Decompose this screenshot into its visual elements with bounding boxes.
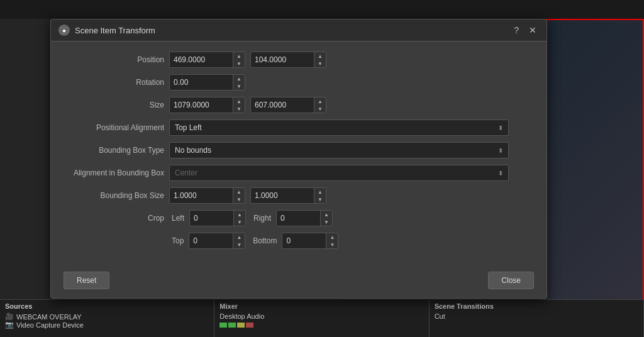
bounding-box-size-w-input[interactable] <box>170 191 233 200</box>
crop-bottom-input[interactable] <box>282 236 326 245</box>
crop-left-spinbox[interactable]: ▲ ▼ <box>189 210 246 226</box>
crop-bottom-up[interactable]: ▲ <box>326 233 338 241</box>
sources-section: Sources 🎥 WEBCAM OVERLAY 📷 Video Capture… <box>0 300 214 337</box>
bounding-box-type-select[interactable]: No bounds ⬍ <box>169 142 509 158</box>
crop-left-up[interactable]: ▲ <box>234 211 245 218</box>
bounding-box-type-label: Bounding Box Type <box>64 146 164 155</box>
position-y-down[interactable]: ▼ <box>314 60 326 67</box>
position-row: Position ▲ ▼ ▲ ▼ <box>64 52 534 68</box>
positional-alignment-select[interactable]: Top Left ⬍ <box>169 119 509 136</box>
close-button[interactable]: Close <box>488 272 534 289</box>
alignment-bounding-box-value: Center <box>175 168 197 177</box>
bounding-box-size-h-input[interactable] <box>251 191 314 200</box>
bounding-box-size-h-spinbox[interactable]: ▲ ▼ <box>250 187 326 204</box>
source-webcam[interactable]: 🎥 WEBCAM OVERLAY <box>5 312 209 321</box>
video-capture-label: Video Capture Device <box>16 321 84 329</box>
size-w-down[interactable]: ▼ <box>233 105 245 113</box>
position-x-up[interactable]: ▲ <box>233 52 245 60</box>
alignment-bounding-box-arrow: ⬍ <box>498 170 503 177</box>
position-y-input[interactable] <box>251 55 314 64</box>
crop-top-bottom-group: Top ▲ ▼ Bottom ▲ ▼ <box>169 233 534 249</box>
bounding-box-size-w-spinbox[interactable]: ▲ ▼ <box>169 187 245 204</box>
position-label: Position <box>64 55 164 64</box>
crop-top-input[interactable] <box>189 236 233 245</box>
crop-left-right-group: Left ▲ ▼ Right ▲ ▼ <box>169 210 534 226</box>
rotation-input[interactable] <box>170 78 233 87</box>
size-w-arrows: ▲ ▼ <box>233 97 245 113</box>
size-label: Size <box>64 101 164 109</box>
reset-button[interactable]: Reset <box>64 272 109 289</box>
rotation-up[interactable]: ▲ <box>233 75 245 82</box>
positional-alignment-arrow: ⬍ <box>498 124 503 131</box>
bounding-box-size-w-down[interactable]: ▼ <box>233 196 245 203</box>
rotation-label: Rotation <box>64 78 164 87</box>
crop-top-up[interactable]: ▲ <box>233 233 245 241</box>
crop-right-spinbox[interactable]: ▲ ▼ <box>276 210 333 226</box>
position-x-down[interactable]: ▼ <box>233 60 245 67</box>
bounding-box-size-row: Bounding Box Size ▲ ▼ ▲ ▼ <box>64 187 534 204</box>
crop-left-label: Left <box>172 214 184 223</box>
mixer-bar-group <box>219 323 423 328</box>
crop-right-up[interactable]: ▲ <box>321 211 332 218</box>
size-h-down[interactable]: ▼ <box>314 105 326 113</box>
crop-main-label: Crop <box>64 214 164 223</box>
size-row: Size ▲ ▼ ▲ ▼ <box>64 97 534 113</box>
dialog-title-group: ● Scene Item Transform <box>58 25 155 36</box>
size-input-group: ▲ ▼ ▲ ▼ <box>169 97 534 113</box>
position-x-spinbox[interactable]: ▲ ▼ <box>169 52 245 68</box>
positional-alignment-row: Positional Alignment Top Left ⬍ <box>64 119 534 136</box>
position-x-input[interactable] <box>170 55 233 64</box>
bounding-box-type-row: Bounding Box Type No bounds ⬍ <box>64 142 534 158</box>
mixer-bar-4 <box>246 323 253 328</box>
cut-label: Cut <box>435 312 445 320</box>
dialog-titlebar: ● Scene Item Transform ? ✕ <box>51 19 547 41</box>
sources-title: Sources <box>5 302 209 310</box>
bounding-box-size-w-up[interactable]: ▲ <box>233 188 245 196</box>
positional-alignment-value: Top Left <box>175 123 202 132</box>
source-video-capture[interactable]: 📷 Video Capture Device <box>5 321 209 329</box>
rotation-down[interactable]: ▼ <box>233 82 245 90</box>
size-h-input[interactable] <box>251 101 314 109</box>
dialog-controls: ? ✕ <box>511 25 539 35</box>
crop-left-input[interactable] <box>190 214 233 223</box>
mixer-bar-3 <box>237 323 245 328</box>
position-input-group: ▲ ▼ ▲ ▼ <box>169 52 534 68</box>
crop-left-down[interactable]: ▼ <box>234 218 245 226</box>
crop-top-spinbox[interactable]: ▲ ▼ <box>189 233 245 249</box>
bounding-box-size-w-arrows: ▲ ▼ <box>233 188 245 203</box>
position-y-up[interactable]: ▲ <box>314 52 326 60</box>
crop-right-arrows: ▲ ▼ <box>320 211 332 226</box>
size-h-up[interactable]: ▲ <box>314 97 326 105</box>
alignment-bounding-box-label: Alignment in Bounding Box <box>64 168 164 177</box>
video-capture-icon: 📷 <box>5 321 14 329</box>
crop-bottom-down[interactable]: ▼ <box>326 241 338 248</box>
mixer-audio-label: Desktop Audio <box>219 312 264 320</box>
size-h-spinbox[interactable]: ▲ ▼ <box>250 97 326 113</box>
dialog-title: Scene Item Transform <box>75 26 155 35</box>
position-y-arrows: ▲ ▼ <box>314 52 326 67</box>
size-w-input[interactable] <box>170 101 233 109</box>
bottom-panel: Sources 🎥 WEBCAM OVERLAY 📷 Video Capture… <box>0 299 644 337</box>
close-x-button[interactable]: ✕ <box>526 25 539 35</box>
size-w-spinbox[interactable]: ▲ ▼ <box>169 97 245 113</box>
rotation-spinbox[interactable]: ▲ ▼ <box>169 74 245 91</box>
crop-bottom-spinbox[interactable]: ▲ ▼ <box>282 233 338 249</box>
position-y-spinbox[interactable]: ▲ ▼ <box>250 52 326 68</box>
crop-bottom-arrows: ▲ ▼ <box>326 233 338 248</box>
crop-top-label: Top <box>172 236 184 245</box>
crop-right-down[interactable]: ▼ <box>321 218 332 226</box>
crop-left-arrows: ▲ ▼ <box>233 211 245 226</box>
bounding-box-size-h-arrows: ▲ ▼ <box>314 188 326 203</box>
help-button[interactable]: ? <box>511 25 521 35</box>
bounding-box-size-h-up[interactable]: ▲ <box>314 188 326 196</box>
crop-top-down[interactable]: ▼ <box>233 241 245 248</box>
alignment-bounding-box-select[interactable]: Center ⬍ <box>169 165 509 181</box>
crop-right-label: Right <box>253 214 271 223</box>
rotation-input-group: ▲ ▼ <box>169 74 534 91</box>
size-w-up[interactable]: ▲ <box>233 97 245 105</box>
crop-right-input[interactable] <box>277 214 320 223</box>
bounding-box-size-h-down[interactable]: ▼ <box>314 196 326 203</box>
bounding-box-size-label: Bounding Box Size <box>64 191 164 200</box>
scene-transitions-title: Scene Transitions <box>435 302 638 310</box>
rotation-arrows: ▲ ▼ <box>233 75 245 90</box>
